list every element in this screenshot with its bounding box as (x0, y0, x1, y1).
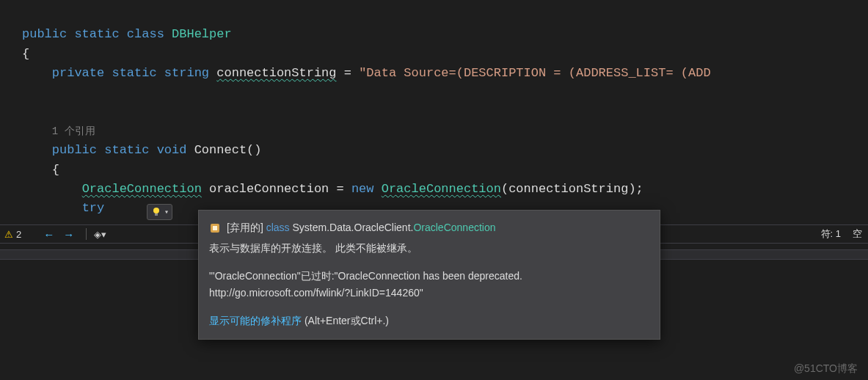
nav-dropdown-icon[interactable]: ◈▾ (94, 229, 106, 240)
tooltip-description: 表示与数据库的开放连接。 此类不能被继承。 (209, 240, 649, 257)
type-oracle-connection[interactable]: OracleConnection (82, 182, 202, 196)
field-name: connectionString (216, 66, 336, 80)
ctor-args: (connectionString); (501, 182, 643, 196)
equals: = (337, 66, 360, 80)
class-name: OracleConnection (413, 222, 495, 233)
warning-icon[interactable]: ⚠ (4, 229, 13, 240)
type-oracle-connection[interactable]: OracleConnection (382, 182, 501, 196)
namespace: System.Data.OracleClient. (292, 222, 413, 233)
lightbulb-icon (150, 206, 162, 218)
status-right: 符: 1 空 (821, 224, 868, 244)
separator (86, 228, 87, 240)
keyword-class: class (127, 27, 164, 41)
keyword-public: public (52, 143, 97, 157)
keyword-void: void (157, 143, 187, 157)
keyword-class: class (266, 222, 290, 233)
keyword-string: string (164, 66, 209, 80)
class-icon (209, 222, 221, 234)
nav-forward-button[interactable]: → (59, 228, 79, 241)
keyword-static: static (112, 66, 156, 80)
deprecated-tag: [弃用的] (227, 222, 263, 233)
parens: () (247, 143, 261, 157)
type-name: DBHelper (172, 27, 232, 41)
string-literal: "Data Source=(DESCRIPTION = (ADDRESS_LIS… (359, 66, 710, 80)
svg-rect-1 (155, 213, 158, 216)
variable-decl: oracleConnection = (202, 182, 351, 196)
show-fixes-link[interactable]: 显示可能的修补程序 (209, 315, 302, 326)
watermark: @51CTO博客 (794, 362, 858, 376)
svg-point-0 (153, 208, 159, 213)
keyword-public: public (22, 27, 67, 41)
keyword-static: static (74, 27, 119, 41)
brace-open: { (22, 47, 29, 61)
fix-shortcut: (Alt+Enter或Ctrl+.) (302, 315, 389, 326)
whitespace-mode: 空 (853, 227, 862, 241)
code-editor[interactable]: public static class DBHelper { private s… (0, 0, 868, 219)
lightbulb-quickfix[interactable]: ▾ (147, 204, 172, 220)
tooltip-message: "'OracleConnection"已过时:"OracleConnection… (209, 268, 649, 303)
keyword-private: private (52, 66, 104, 80)
nav-back-button[interactable]: ← (39, 228, 59, 241)
keyword-static: static (104, 143, 149, 157)
intellisense-tooltip: [弃用的] class System.Data.OracleClient.Ora… (198, 210, 660, 340)
svg-rect-3 (213, 226, 217, 230)
chevron-down-icon: ▾ (164, 208, 169, 216)
char-position: 符: 1 (821, 227, 841, 241)
method-name: Connect (194, 143, 247, 157)
codelens-reference[interactable]: 1 个引用 (52, 125, 95, 137)
keyword-new: new (351, 182, 374, 196)
brace-open: { (52, 163, 59, 177)
warning-count[interactable]: 2 (16, 229, 21, 240)
keyword-try: try (82, 201, 105, 215)
